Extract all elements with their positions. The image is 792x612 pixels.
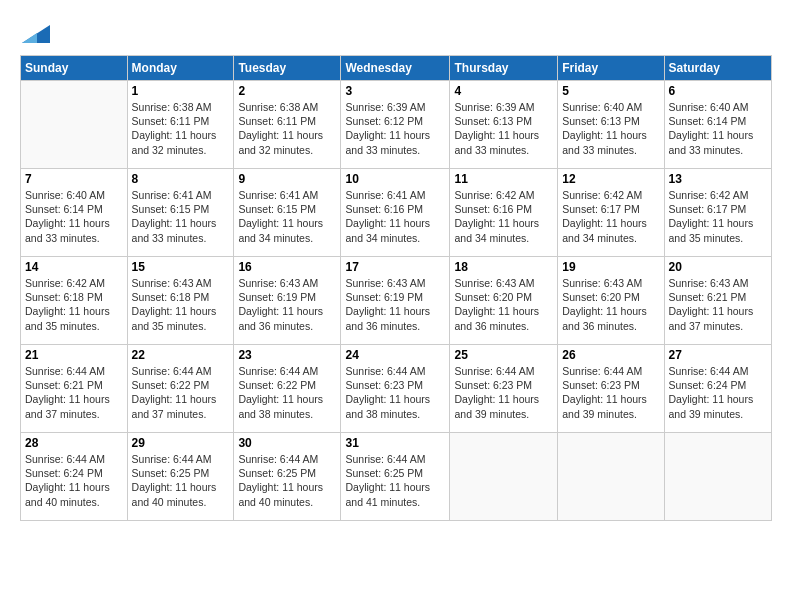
calendar-week-row: 14Sunrise: 6:42 AM Sunset: 6:18 PM Dayli… [21, 257, 772, 345]
weekday-header-saturday: Saturday [664, 56, 771, 81]
day-info: Sunrise: 6:40 AM Sunset: 6:14 PM Dayligh… [669, 100, 767, 157]
calendar-cell: 5Sunrise: 6:40 AM Sunset: 6:13 PM Daylig… [558, 81, 664, 169]
calendar-week-row: 1Sunrise: 6:38 AM Sunset: 6:11 PM Daylig… [21, 81, 772, 169]
day-number: 11 [454, 172, 553, 186]
day-info: Sunrise: 6:41 AM Sunset: 6:15 PM Dayligh… [132, 188, 230, 245]
day-info: Sunrise: 6:44 AM Sunset: 6:25 PM Dayligh… [132, 452, 230, 509]
day-number: 8 [132, 172, 230, 186]
calendar-cell: 29Sunrise: 6:44 AM Sunset: 6:25 PM Dayli… [127, 433, 234, 521]
day-number: 4 [454, 84, 553, 98]
day-number: 1 [132, 84, 230, 98]
weekday-header-sunday: Sunday [21, 56, 128, 81]
day-number: 6 [669, 84, 767, 98]
day-info: Sunrise: 6:39 AM Sunset: 6:13 PM Dayligh… [454, 100, 553, 157]
calendar-header-row: SundayMondayTuesdayWednesdayThursdayFrid… [21, 56, 772, 81]
calendar-cell [21, 81, 128, 169]
day-info: Sunrise: 6:41 AM Sunset: 6:16 PM Dayligh… [345, 188, 445, 245]
day-info: Sunrise: 6:44 AM Sunset: 6:22 PM Dayligh… [132, 364, 230, 421]
calendar-cell: 12Sunrise: 6:42 AM Sunset: 6:17 PM Dayli… [558, 169, 664, 257]
calendar-cell: 6Sunrise: 6:40 AM Sunset: 6:14 PM Daylig… [664, 81, 771, 169]
day-info: Sunrise: 6:44 AM Sunset: 6:21 PM Dayligh… [25, 364, 123, 421]
weekday-header-thursday: Thursday [450, 56, 558, 81]
day-number: 3 [345, 84, 445, 98]
day-number: 13 [669, 172, 767, 186]
day-info: Sunrise: 6:42 AM Sunset: 6:16 PM Dayligh… [454, 188, 553, 245]
day-number: 19 [562, 260, 659, 274]
weekday-header-monday: Monday [127, 56, 234, 81]
calendar-cell: 2Sunrise: 6:38 AM Sunset: 6:11 PM Daylig… [234, 81, 341, 169]
day-info: Sunrise: 6:42 AM Sunset: 6:17 PM Dayligh… [669, 188, 767, 245]
day-number: 18 [454, 260, 553, 274]
day-number: 25 [454, 348, 553, 362]
day-number: 21 [25, 348, 123, 362]
day-info: Sunrise: 6:42 AM Sunset: 6:18 PM Dayligh… [25, 276, 123, 333]
calendar-cell: 18Sunrise: 6:43 AM Sunset: 6:20 PM Dayli… [450, 257, 558, 345]
day-number: 9 [238, 172, 336, 186]
day-info: Sunrise: 6:44 AM Sunset: 6:22 PM Dayligh… [238, 364, 336, 421]
day-info: Sunrise: 6:44 AM Sunset: 6:23 PM Dayligh… [345, 364, 445, 421]
calendar-cell: 7Sunrise: 6:40 AM Sunset: 6:14 PM Daylig… [21, 169, 128, 257]
calendar-cell [450, 433, 558, 521]
calendar-week-row: 7Sunrise: 6:40 AM Sunset: 6:14 PM Daylig… [21, 169, 772, 257]
header [20, 15, 772, 45]
calendar-cell: 16Sunrise: 6:43 AM Sunset: 6:19 PM Dayli… [234, 257, 341, 345]
day-number: 10 [345, 172, 445, 186]
calendar-cell: 11Sunrise: 6:42 AM Sunset: 6:16 PM Dayli… [450, 169, 558, 257]
day-info: Sunrise: 6:44 AM Sunset: 6:24 PM Dayligh… [25, 452, 123, 509]
weekday-header-wednesday: Wednesday [341, 56, 450, 81]
day-number: 16 [238, 260, 336, 274]
day-number: 2 [238, 84, 336, 98]
day-info: Sunrise: 6:39 AM Sunset: 6:12 PM Dayligh… [345, 100, 445, 157]
calendar-cell: 1Sunrise: 6:38 AM Sunset: 6:11 PM Daylig… [127, 81, 234, 169]
calendar-cell: 28Sunrise: 6:44 AM Sunset: 6:24 PM Dayli… [21, 433, 128, 521]
calendar-cell: 9Sunrise: 6:41 AM Sunset: 6:15 PM Daylig… [234, 169, 341, 257]
calendar-cell: 25Sunrise: 6:44 AM Sunset: 6:23 PM Dayli… [450, 345, 558, 433]
calendar-cell: 27Sunrise: 6:44 AM Sunset: 6:24 PM Dayli… [664, 345, 771, 433]
calendar-cell: 10Sunrise: 6:41 AM Sunset: 6:16 PM Dayli… [341, 169, 450, 257]
day-number: 23 [238, 348, 336, 362]
day-info: Sunrise: 6:43 AM Sunset: 6:20 PM Dayligh… [562, 276, 659, 333]
day-info: Sunrise: 6:38 AM Sunset: 6:11 PM Dayligh… [238, 100, 336, 157]
logo-icon [22, 15, 52, 45]
logo [20, 15, 52, 45]
calendar-cell: 24Sunrise: 6:44 AM Sunset: 6:23 PM Dayli… [341, 345, 450, 433]
day-info: Sunrise: 6:44 AM Sunset: 6:24 PM Dayligh… [669, 364, 767, 421]
day-info: Sunrise: 6:43 AM Sunset: 6:18 PM Dayligh… [132, 276, 230, 333]
day-info: Sunrise: 6:42 AM Sunset: 6:17 PM Dayligh… [562, 188, 659, 245]
weekday-header-friday: Friday [558, 56, 664, 81]
day-number: 31 [345, 436, 445, 450]
calendar-cell: 8Sunrise: 6:41 AM Sunset: 6:15 PM Daylig… [127, 169, 234, 257]
calendar-cell: 20Sunrise: 6:43 AM Sunset: 6:21 PM Dayli… [664, 257, 771, 345]
page: SundayMondayTuesdayWednesdayThursdayFrid… [0, 0, 792, 536]
calendar-cell: 13Sunrise: 6:42 AM Sunset: 6:17 PM Dayli… [664, 169, 771, 257]
day-number: 15 [132, 260, 230, 274]
day-info: Sunrise: 6:43 AM Sunset: 6:20 PM Dayligh… [454, 276, 553, 333]
calendar-cell: 15Sunrise: 6:43 AM Sunset: 6:18 PM Dayli… [127, 257, 234, 345]
day-number: 5 [562, 84, 659, 98]
day-info: Sunrise: 6:43 AM Sunset: 6:19 PM Dayligh… [345, 276, 445, 333]
day-number: 12 [562, 172, 659, 186]
day-number: 17 [345, 260, 445, 274]
day-info: Sunrise: 6:38 AM Sunset: 6:11 PM Dayligh… [132, 100, 230, 157]
calendar-cell: 4Sunrise: 6:39 AM Sunset: 6:13 PM Daylig… [450, 81, 558, 169]
calendar-cell: 14Sunrise: 6:42 AM Sunset: 6:18 PM Dayli… [21, 257, 128, 345]
calendar-cell: 23Sunrise: 6:44 AM Sunset: 6:22 PM Dayli… [234, 345, 341, 433]
calendar-cell: 30Sunrise: 6:44 AM Sunset: 6:25 PM Dayli… [234, 433, 341, 521]
calendar-cell: 19Sunrise: 6:43 AM Sunset: 6:20 PM Dayli… [558, 257, 664, 345]
day-info: Sunrise: 6:40 AM Sunset: 6:14 PM Dayligh… [25, 188, 123, 245]
day-info: Sunrise: 6:44 AM Sunset: 6:23 PM Dayligh… [562, 364, 659, 421]
day-number: 22 [132, 348, 230, 362]
day-number: 20 [669, 260, 767, 274]
calendar-cell: 31Sunrise: 6:44 AM Sunset: 6:25 PM Dayli… [341, 433, 450, 521]
day-info: Sunrise: 6:44 AM Sunset: 6:25 PM Dayligh… [238, 452, 336, 509]
day-number: 28 [25, 436, 123, 450]
day-info: Sunrise: 6:43 AM Sunset: 6:21 PM Dayligh… [669, 276, 767, 333]
calendar-cell: 17Sunrise: 6:43 AM Sunset: 6:19 PM Dayli… [341, 257, 450, 345]
day-info: Sunrise: 6:40 AM Sunset: 6:13 PM Dayligh… [562, 100, 659, 157]
calendar-week-row: 21Sunrise: 6:44 AM Sunset: 6:21 PM Dayli… [21, 345, 772, 433]
calendar-cell: 26Sunrise: 6:44 AM Sunset: 6:23 PM Dayli… [558, 345, 664, 433]
day-number: 26 [562, 348, 659, 362]
calendar-cell: 21Sunrise: 6:44 AM Sunset: 6:21 PM Dayli… [21, 345, 128, 433]
calendar-cell [558, 433, 664, 521]
day-number: 7 [25, 172, 123, 186]
